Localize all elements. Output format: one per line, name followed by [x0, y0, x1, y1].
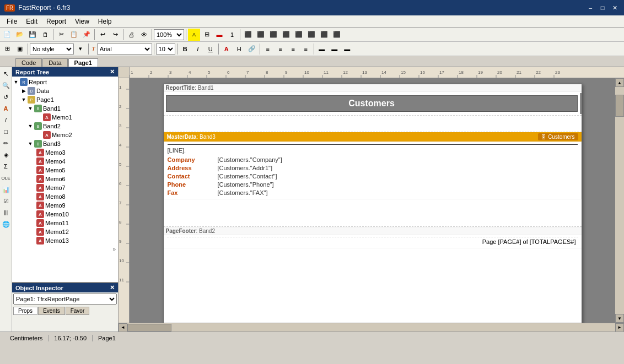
align-left-button[interactable]: ≡ [262, 43, 274, 55]
italic-button[interactable]: I [192, 43, 204, 55]
tree-node-memo3[interactable]: A Memo3 [13, 148, 117, 157]
scroll-down-btn[interactable]: ▼ [615, 314, 624, 323]
style-select[interactable]: No style [30, 44, 74, 55]
tool-ole[interactable]: OLE [1, 172, 12, 183]
tb-btn-counter[interactable]: 1 [226, 29, 238, 41]
tb-btn-more4[interactable]: ⬛ [280, 29, 292, 41]
tb-btn-highlight[interactable]: A [188, 29, 200, 41]
tree-node-page1[interactable]: ▼ P Page1 [13, 95, 117, 104]
scroll-thumb[interactable] [615, 95, 624, 117]
underline-button[interactable]: U [205, 43, 217, 55]
scroll-left-btn[interactable]: ◄ [119, 323, 127, 332]
tree-node-memo9[interactable]: A Memo9 [13, 201, 117, 210]
zoom-select[interactable]: 100% [154, 29, 184, 40]
menu-report[interactable]: Report [42, 17, 71, 26]
tab-page1[interactable]: Page1 [68, 58, 98, 67]
fontsize-select[interactable]: 10 [156, 44, 175, 55]
tree-node-memo10[interactable]: A Memo10 [13, 210, 117, 219]
tb-btn-more3[interactable]: ⬛ [267, 29, 279, 41]
new-button[interactable]: 📄 [1, 29, 13, 41]
style-dropdown[interactable]: ▾ [74, 43, 87, 55]
obj-inspector-tab-favor[interactable]: Favor [66, 307, 90, 315]
redo-button[interactable]: ↪ [109, 29, 121, 41]
tool-text[interactable]: A [1, 103, 12, 114]
tool-magnify[interactable]: 🔍 [1, 80, 12, 91]
tool-pencil[interactable]: ✏ [1, 138, 12, 149]
tree-node-memo1[interactable]: A Memo1 [13, 113, 117, 122]
tree-node-memo6[interactable]: A Memo6 [13, 175, 117, 183]
align-right-button[interactable]: ≡ [287, 43, 299, 55]
save-button[interactable]: 💾 [26, 29, 39, 41]
canvas-wrapper[interactable]: 1 2 3 4 5 6 7 8 9 [119, 78, 624, 323]
tree-node-memo8[interactable]: A Memo8 [13, 192, 117, 201]
menu-edit[interactable]: Edit [21, 17, 42, 26]
cut-button[interactable]: ✂ [55, 29, 67, 41]
save-as-button[interactable]: 🗒 [39, 29, 51, 41]
menu-view[interactable]: View [71, 17, 94, 26]
print-button[interactable]: 🖨 [125, 29, 137, 41]
tool-barcode[interactable]: ||| [1, 207, 12, 218]
tree-node-band3[interactable]: ▼ B Band3 [13, 139, 117, 148]
tool-chart[interactable]: 📊 [1, 184, 12, 195]
font-color-button[interactable]: A [220, 43, 233, 55]
h-scrollbar[interactable]: ◄ ► [119, 323, 624, 332]
tb-format1[interactable]: ⊞ [1, 43, 13, 55]
h-scroll-thumb[interactable] [127, 324, 171, 332]
scroll-right-btn[interactable]: ► [615, 323, 624, 332]
tree-node-memo11[interactable]: A Memo11 [13, 219, 117, 227]
tree-node-memo7[interactable]: A Memo7 [13, 183, 117, 192]
link-button[interactable]: 🔗 [246, 43, 258, 55]
tree-node-memo13[interactable]: A Memo13 [13, 236, 117, 245]
report-tree-close[interactable]: ✕ [110, 68, 115, 75]
tool-select[interactable]: ◈ [1, 149, 12, 160]
tree-node-memo5[interactable]: A Memo5 [13, 166, 117, 175]
tool-sigma[interactable]: Σ [1, 161, 12, 172]
tab-code[interactable]: Code [15, 58, 42, 67]
tool-rotate[interactable]: ↺ [1, 91, 12, 102]
tool-line[interactable]: / [1, 115, 12, 126]
tree-node-report[interactable]: ▼ R Report [13, 78, 117, 86]
expand-more[interactable]: » [13, 245, 117, 253]
tree-node-band2[interactable]: ▼ B Band2 [13, 122, 117, 131]
paste-button[interactable]: 📌 [80, 29, 93, 41]
tb-text3[interactable]: ▬ [341, 43, 353, 55]
preview-button[interactable]: 👁 [138, 29, 150, 41]
tb-btn-grid[interactable]: ⊞ [201, 29, 213, 41]
tb-text2[interactable]: ▬ [329, 43, 341, 55]
tree-node-data[interactable]: ▶ D Data [13, 86, 117, 95]
obj-inspector-close[interactable]: ✕ [110, 284, 115, 291]
tool-globe[interactable]: 🌐 [1, 219, 12, 230]
minimize-button[interactable]: – [585, 3, 595, 13]
tb-btn-more8[interactable]: ⬛ [331, 29, 343, 41]
obj-inspector-tab-props[interactable]: Props [13, 307, 37, 315]
tb-btn-more2[interactable]: ⬛ [255, 29, 267, 41]
font-select[interactable]: Arial [97, 44, 152, 55]
tree-node-band1[interactable]: ▼ B Band1 [13, 104, 117, 113]
tb-btn-more6[interactable]: ⬛ [305, 29, 318, 41]
align-justify-button[interactable]: ≡ [300, 43, 312, 55]
highlight-button[interactable]: H [233, 43, 245, 55]
v-scrollbar[interactable]: ▲ ▼ [615, 78, 624, 323]
tree-node-memo4[interactable]: A Memo4 [13, 157, 117, 166]
undo-button[interactable]: ↩ [96, 29, 109, 41]
tool-check[interactable]: ☑ [1, 195, 12, 207]
menu-help[interactable]: Help [94, 17, 116, 26]
tb-btn-more1[interactable]: ⬛ [242, 29, 254, 41]
tree-node-memo12[interactable]: A Memo12 [13, 227, 117, 236]
obj-inspector-object-select[interactable]: Page1: TfrxReportPage [13, 294, 117, 305]
align-center-button[interactable]: ≡ [275, 43, 287, 55]
close-button[interactable]: ✕ [610, 3, 620, 13]
tb-text1[interactable]: ▬ [316, 43, 328, 55]
tab-data[interactable]: Data [42, 58, 67, 67]
tb-btn-more5[interactable]: ⬛ [293, 29, 305, 41]
scroll-up-btn[interactable]: ▲ [615, 78, 624, 87]
bold-button[interactable]: B [179, 43, 191, 55]
tool-arrow[interactable]: ↖ [1, 68, 12, 79]
maximize-button[interactable]: □ [598, 3, 607, 13]
tb-btn-color[interactable]: ▬ [213, 29, 225, 41]
tool-rect[interactable]: □ [1, 126, 12, 137]
obj-inspector-tab-events[interactable]: Events [38, 307, 65, 315]
copy-button[interactable]: 📋 [68, 29, 80, 41]
tb-format2[interactable]: ▣ [14, 43, 26, 55]
menu-file[interactable]: File [2, 17, 21, 26]
